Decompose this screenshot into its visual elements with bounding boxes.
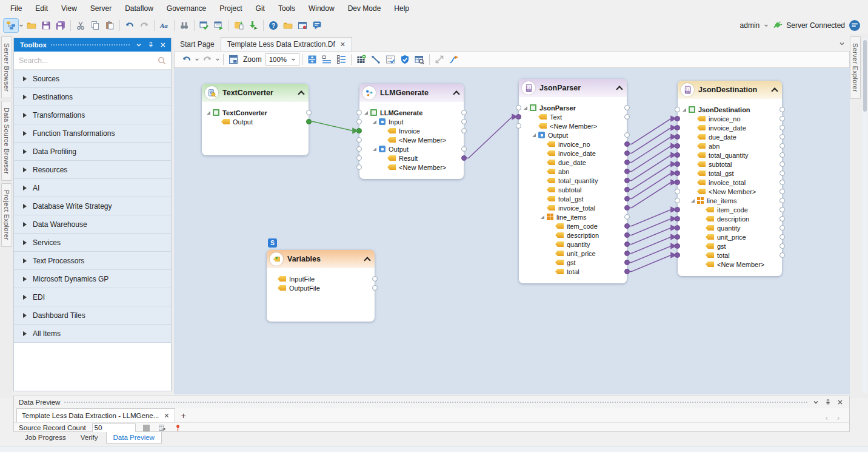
- save-button[interactable]: [39, 19, 53, 32]
- tree-row-line-items[interactable]: line_items: [678, 196, 782, 205]
- document-tabs-chevron-icon[interactable]: [834, 38, 850, 51]
- input-port[interactable]: [516, 114, 521, 120]
- tree-row-input[interactable]: Input: [359, 117, 464, 126]
- data-preview-nav-arrows[interactable]: ‹ ›: [826, 414, 849, 422]
- tree-row-total-gst[interactable]: total_gst: [519, 194, 627, 203]
- input-port[interactable]: [356, 110, 362, 115]
- tree-row--new-member-[interactable]: <New Member>: [678, 260, 782, 269]
- node-jsonparser[interactable]: {;}JSONJsonParserJsonParserText<New Memb…: [519, 79, 627, 283]
- paste-button[interactable]: [102, 19, 117, 32]
- tree-row-quantity[interactable]: quantity: [678, 223, 782, 232]
- input-port[interactable]: [675, 116, 680, 121]
- tree-row-subtotal[interactable]: subtotal: [519, 185, 627, 194]
- menu-item-dataflow[interactable]: Dataflow: [118, 1, 160, 16]
- output-port[interactable]: [372, 276, 378, 282]
- expander-icon[interactable]: [691, 199, 695, 203]
- output-port[interactable]: [624, 178, 630, 183]
- output-port[interactable]: [372, 285, 378, 291]
- menu-item-view[interactable]: View: [55, 1, 84, 16]
- collapse-chevron-icon[interactable]: [453, 90, 459, 97]
- toolbox-chevron-down-icon[interactable]: [135, 41, 143, 49]
- tree-list-button[interactable]: [334, 53, 349, 66]
- account-chevron-icon[interactable]: [763, 19, 769, 32]
- scheduler-window-button[interactable]: [295, 19, 310, 32]
- menu-item-dev-mode[interactable]: Dev Mode: [341, 1, 388, 16]
- output-port[interactable]: [461, 119, 467, 124]
- node-textconverter[interactable]: TextConverterTextConverterOutput: [202, 84, 309, 155]
- tree-row-gst[interactable]: gst: [519, 258, 627, 267]
- draw-link-button[interactable]: [369, 53, 383, 66]
- output-port[interactable]: [624, 132, 630, 138]
- toolbox-category-all-items[interactable]: All Items: [14, 325, 171, 343]
- input-port[interactable]: [356, 155, 362, 161]
- tree-row-jsonparser[interactable]: JsonParser: [519, 103, 627, 112]
- tree-row-output[interactable]: Output: [202, 117, 309, 126]
- menu-item-help[interactable]: Help: [387, 1, 416, 16]
- expander-icon[interactable]: [364, 111, 368, 115]
- undo-button[interactable]: [179, 53, 194, 66]
- tree-row-total-gst[interactable]: total_gst: [678, 169, 782, 178]
- menu-item-governance[interactable]: Governance: [160, 1, 213, 16]
- output-port[interactable]: [624, 187, 630, 192]
- tree-row-inputfile[interactable]: InputFile: [267, 274, 375, 283]
- tree-row-subtotal[interactable]: subtotal: [678, 160, 782, 169]
- tree-row-quantity[interactable]: quantity: [519, 240, 627, 249]
- output-port[interactable]: [780, 234, 785, 240]
- output-port[interactable]: [624, 105, 630, 110]
- copy-button[interactable]: [88, 19, 102, 32]
- feedback-chat-icon[interactable]: [849, 19, 861, 32]
- menu-item-git[interactable]: Git: [249, 1, 272, 16]
- run-job-button[interactable]: [246, 19, 261, 32]
- output-port[interactable]: [780, 225, 785, 231]
- tree-row-abn[interactable]: abn: [678, 141, 782, 150]
- align-horizontal-button[interactable]: [319, 53, 334, 66]
- feedback-chat-button[interactable]: [310, 19, 324, 32]
- output-port[interactable]: [624, 269, 630, 274]
- dataflow-canvas[interactable]: TextConverterTextConverterOutputLLMGener…: [174, 68, 850, 394]
- menu-item-tools[interactable]: Tools: [272, 1, 302, 16]
- toolbox-category-sources[interactable]: Sources: [14, 70, 171, 88]
- output-port[interactable]: [624, 114, 630, 120]
- expander-icon[interactable]: [532, 133, 536, 137]
- input-port[interactable]: [675, 152, 680, 158]
- input-port[interactable]: [516, 105, 521, 110]
- tree-row-item-code[interactable]: item_code: [519, 221, 627, 231]
- input-port[interactable]: [675, 143, 680, 149]
- bottom-tab-data-preview[interactable]: Data Preview: [106, 432, 162, 444]
- expander-icon[interactable]: [373, 120, 376, 124]
- tree-row-invoice-no[interactable]: invoice_no: [519, 140, 627, 149]
- toolbox-close-icon[interactable]: [159, 41, 167, 49]
- output-port[interactable]: [624, 232, 630, 238]
- output-port[interactable]: [624, 214, 630, 220]
- input-port[interactable]: [675, 252, 680, 258]
- dropdown-chevron-icon[interactable]: [194, 53, 200, 66]
- account-name[interactable]: admin: [740, 21, 760, 30]
- export-grid-icon[interactable]: [158, 423, 167, 432]
- data-preview-pin-icon[interactable]: [824, 398, 832, 406]
- open-folder-button[interactable]: [24, 19, 39, 32]
- output-port[interactable]: [780, 189, 785, 194]
- node-header[interactable]: LLMGenerate: [359, 84, 464, 102]
- tree-row-invoice[interactable]: Invoice: [359, 126, 464, 135]
- tree-row-invoice-total[interactable]: invoice_total: [519, 203, 627, 212]
- expander-icon[interactable]: [207, 111, 210, 115]
- output-port[interactable]: [780, 107, 785, 112]
- document-tab-template-less-data-extraction-df[interactable]: Template Less Data Extraction.Df✕: [221, 37, 352, 51]
- tree-row--new-member-[interactable]: <New Member>: [359, 163, 464, 172]
- input-port[interactable]: [675, 107, 680, 112]
- tree-row--new-member-[interactable]: <New Member>: [519, 121, 627, 130]
- output-port[interactable]: [780, 180, 785, 185]
- input-port[interactable]: [356, 137, 362, 143]
- output-port[interactable]: [780, 152, 785, 158]
- output-port[interactable]: [780, 170, 785, 176]
- tree-row-total[interactable]: total: [678, 251, 782, 260]
- data-preview-close-icon[interactable]: [836, 398, 844, 406]
- tree-row--new-member-[interactable]: <New Member>: [359, 135, 464, 144]
- toolbox-category-services[interactable]: Services: [14, 234, 171, 252]
- toolbox-category-function-transformations[interactable]: Function Transformations: [14, 124, 171, 143]
- node-variables[interactable]: VariablesInputFileOutputFile: [267, 250, 375, 322]
- expander-icon[interactable]: [541, 215, 544, 219]
- zoom-select[interactable]: 100%: [265, 53, 299, 66]
- input-port[interactable]: [516, 123, 521, 129]
- output-port[interactable]: [624, 169, 630, 174]
